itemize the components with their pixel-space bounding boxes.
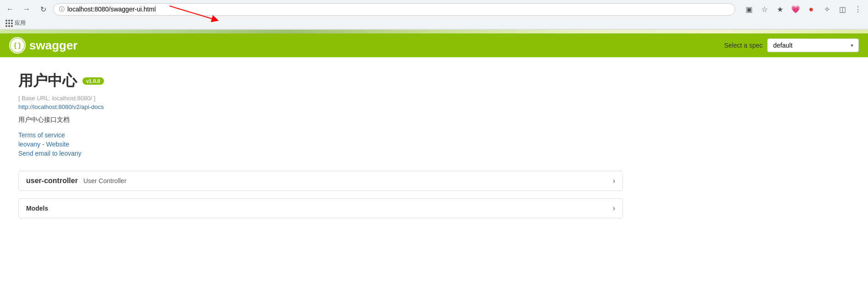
api-docs-link[interactable]: http://localhost:8080/v2/api-docs <box>18 103 623 110</box>
terms-link[interactable]: Terms of service <box>18 131 623 139</box>
logo-symbol: { } <box>11 38 24 52</box>
back-button[interactable]: ← <box>4 3 16 16</box>
spec-label: Select a spec <box>724 42 763 49</box>
spec-select-wrapper: default <box>767 38 859 52</box>
api-title: 用户中心 <box>18 71 77 91</box>
section-desc: User Controller <box>83 177 126 185</box>
models-section: Models › <box>18 198 623 218</box>
grid-icon <box>5 20 13 27</box>
api-title-row: 用户中心 v1.0.0 <box>18 71 623 91</box>
reload-button[interactable]: ↻ <box>37 3 49 16</box>
gradient-bar <box>0 30 868 33</box>
screen-capture-icon[interactable]: ▣ <box>742 3 755 16</box>
section-title: user-controller User Controller <box>26 177 126 185</box>
swagger-header: { } swagger Select a spec default <box>0 33 868 57</box>
menu-icon[interactable]: ⋮ <box>852 3 864 16</box>
version-badge: v1.0.0 <box>82 77 104 85</box>
user-controller-section: user-controller User Controller › <box>18 171 623 191</box>
sidebar-toggle-icon[interactable]: ◫ <box>836 3 849 16</box>
base-url: [ Base URL: localhost:8080/ ] <box>18 95 623 102</box>
extension-icon[interactable]: 💗 <box>789 3 802 16</box>
main-content: 用户中心 v1.0.0 [ Base URL: localhost:8080/ … <box>0 57 641 232</box>
user-controller-header[interactable]: user-controller User Controller › <box>19 171 622 190</box>
browser-toolbar: ← → ↻ ⓘ ▣ ☆ ★ 💗 ● ✧ ◫ ⋮ <box>0 0 868 18</box>
api-description: 用户中心接口文档 <box>18 116 623 124</box>
models-header[interactable]: Models › <box>19 199 622 218</box>
apps-text: 应用 <box>15 19 26 27</box>
browser-actions: ▣ ☆ ★ 💗 ● ✧ ◫ ⋮ <box>742 3 864 16</box>
website-link[interactable]: leovany - Website <box>18 141 623 148</box>
swagger-logo-icon: { } <box>9 37 26 54</box>
info-links: Terms of service leovany - Website Send … <box>18 131 623 157</box>
user-icon[interactable]: ● <box>805 3 818 16</box>
bookmarks-bar: 应用 <box>0 18 868 29</box>
email-link[interactable]: Send email to leovany <box>18 150 623 157</box>
star-icon[interactable]: ★ <box>774 3 786 16</box>
brand-name: swagger <box>29 38 78 53</box>
bookmark-icon[interactable]: ☆ <box>758 3 771 16</box>
puzzle-icon[interactable]: ✧ <box>820 3 833 16</box>
chevron-right-icon: › <box>613 177 615 185</box>
address-bar[interactable] <box>67 5 729 13</box>
swagger-logo: { } swagger <box>9 37 78 54</box>
spec-selector: Select a spec default <box>724 38 859 52</box>
apps-label[interactable]: 应用 <box>5 19 26 27</box>
models-chevron-icon: › <box>613 204 615 212</box>
lock-icon: ⓘ <box>59 5 65 13</box>
browser-chrome: ← → ↻ ⓘ ▣ ☆ ★ 💗 ● ✧ ◫ ⋮ <box>0 0 868 30</box>
section-name: user-controller <box>26 177 78 185</box>
spec-select[interactable]: default <box>767 38 859 52</box>
models-title: Models <box>26 205 48 212</box>
address-bar-container: ⓘ <box>53 3 735 16</box>
forward-button[interactable]: → <box>20 3 33 16</box>
